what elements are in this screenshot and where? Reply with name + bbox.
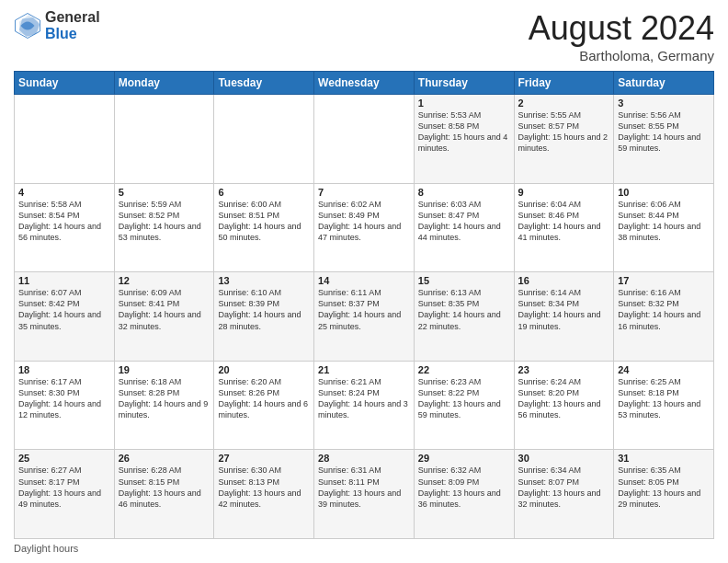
day-number: 27 xyxy=(218,453,310,464)
day-info: Sunrise: 5:53 AM Sunset: 8:58 PM Dayligh… xyxy=(418,109,510,155)
day-number: 14 xyxy=(318,275,410,286)
logo-icon xyxy=(14,12,41,40)
day-info: Sunrise: 6:07 AM Sunset: 8:42 PM Dayligh… xyxy=(18,287,110,332)
day-info: Sunrise: 5:59 AM Sunset: 8:52 PM Dayligh… xyxy=(119,199,210,244)
day-info: Sunrise: 5:56 AM Sunset: 8:55 PM Dayligh… xyxy=(618,109,710,155)
month-title: August 2024 xyxy=(529,9,714,48)
calendar-col-wednesday: Wednesday xyxy=(314,72,415,95)
table-row: 19Sunrise: 6:18 AM Sunset: 8:28 PM Dayli… xyxy=(114,361,214,450)
table-row: 28Sunrise: 6:31 AM Sunset: 8:11 PM Dayli… xyxy=(314,450,415,539)
table-row: 3Sunrise: 5:56 AM Sunset: 8:55 PM Daylig… xyxy=(614,95,714,184)
day-info: Sunrise: 6:25 AM Sunset: 8:18 PM Dayligh… xyxy=(618,376,710,421)
calendar-week-row: 11Sunrise: 6:07 AM Sunset: 8:42 PM Dayli… xyxy=(15,272,714,362)
day-number: 2 xyxy=(518,98,610,109)
logo-blue-text: Blue xyxy=(45,26,77,41)
table-row xyxy=(15,95,115,184)
day-info: Sunrise: 6:16 AM Sunset: 8:32 PM Dayligh… xyxy=(618,287,710,332)
header: General Blue August 2024 Bartholoma, Ger… xyxy=(14,9,714,63)
table-row: 20Sunrise: 6:20 AM Sunset: 8:26 PM Dayli… xyxy=(214,361,314,450)
day-info: Sunrise: 6:21 AM Sunset: 8:24 PM Dayligh… xyxy=(318,376,410,421)
day-number: 20 xyxy=(218,364,310,375)
table-row: 31Sunrise: 6:35 AM Sunset: 8:05 PM Dayli… xyxy=(614,450,714,539)
day-number: 5 xyxy=(119,187,210,198)
calendar-week-row: 1Sunrise: 5:53 AM Sunset: 8:58 PM Daylig… xyxy=(15,95,714,184)
table-row: 16Sunrise: 6:14 AM Sunset: 8:34 PM Dayli… xyxy=(514,272,614,362)
day-info: Sunrise: 6:34 AM Sunset: 8:07 PM Dayligh… xyxy=(518,465,610,510)
table-row: 1Sunrise: 5:53 AM Sunset: 8:58 PM Daylig… xyxy=(414,95,514,184)
table-row: 21Sunrise: 6:21 AM Sunset: 8:24 PM Dayli… xyxy=(314,361,415,450)
day-number: 4 xyxy=(18,187,110,198)
table-row: 29Sunrise: 6:32 AM Sunset: 8:09 PM Dayli… xyxy=(414,450,514,539)
calendar-col-saturday: Saturday xyxy=(614,72,714,95)
day-number: 1 xyxy=(418,98,510,109)
table-row: 15Sunrise: 6:13 AM Sunset: 8:35 PM Dayli… xyxy=(414,272,514,362)
calendar-col-thursday: Thursday xyxy=(414,72,514,95)
table-row: 27Sunrise: 6:30 AM Sunset: 8:13 PM Dayli… xyxy=(214,450,314,539)
logo-text: General Blue xyxy=(45,9,100,41)
day-info: Sunrise: 6:11 AM Sunset: 8:37 PM Dayligh… xyxy=(318,287,410,332)
table-row: 24Sunrise: 6:25 AM Sunset: 8:18 PM Dayli… xyxy=(614,361,714,450)
calendar-week-row: 18Sunrise: 6:17 AM Sunset: 8:30 PM Dayli… xyxy=(15,361,714,450)
day-number: 6 xyxy=(218,187,310,198)
day-number: 25 xyxy=(18,453,110,464)
title-block: August 2024 Bartholoma, Germany xyxy=(529,9,714,63)
calendar-table: SundayMondayTuesdayWednesdayThursdayFrid… xyxy=(14,71,714,539)
table-row: 25Sunrise: 6:27 AM Sunset: 8:17 PM Dayli… xyxy=(15,450,115,539)
day-info: Sunrise: 6:18 AM Sunset: 8:28 PM Dayligh… xyxy=(119,376,210,421)
day-info: Sunrise: 6:14 AM Sunset: 8:34 PM Dayligh… xyxy=(518,287,610,332)
day-number: 19 xyxy=(119,364,210,375)
day-info: Sunrise: 6:06 AM Sunset: 8:44 PM Dayligh… xyxy=(618,199,710,244)
day-info: Sunrise: 6:31 AM Sunset: 8:11 PM Dayligh… xyxy=(318,465,410,510)
day-info: Sunrise: 6:00 AM Sunset: 8:51 PM Dayligh… xyxy=(218,199,310,244)
day-info: Sunrise: 5:55 AM Sunset: 8:57 PM Dayligh… xyxy=(518,109,610,155)
day-number: 31 xyxy=(618,453,710,464)
day-number: 15 xyxy=(418,275,510,286)
day-number: 26 xyxy=(119,453,210,464)
day-info: Sunrise: 6:09 AM Sunset: 8:41 PM Dayligh… xyxy=(119,287,210,332)
day-number: 24 xyxy=(618,364,710,375)
day-info: Sunrise: 6:03 AM Sunset: 8:47 PM Dayligh… xyxy=(418,199,510,244)
day-number: 13 xyxy=(218,275,310,286)
day-info: Sunrise: 6:13 AM Sunset: 8:35 PM Dayligh… xyxy=(418,287,510,332)
day-info: Sunrise: 6:35 AM Sunset: 8:05 PM Dayligh… xyxy=(618,465,710,510)
calendar-col-tuesday: Tuesday xyxy=(214,72,314,95)
table-row: 5Sunrise: 5:59 AM Sunset: 8:52 PM Daylig… xyxy=(114,183,214,272)
table-row: 22Sunrise: 6:23 AM Sunset: 8:22 PM Dayli… xyxy=(414,361,514,450)
table-row: 4Sunrise: 5:58 AM Sunset: 8:54 PM Daylig… xyxy=(15,183,115,272)
table-row: 17Sunrise: 6:16 AM Sunset: 8:32 PM Dayli… xyxy=(614,272,714,362)
table-row: 7Sunrise: 6:02 AM Sunset: 8:49 PM Daylig… xyxy=(314,183,415,272)
table-row: 12Sunrise: 6:09 AM Sunset: 8:41 PM Dayli… xyxy=(114,272,214,362)
footer: Daylight hours xyxy=(14,543,714,554)
table-row: 6Sunrise: 6:00 AM Sunset: 8:51 PM Daylig… xyxy=(214,183,314,272)
table-row: 9Sunrise: 6:04 AM Sunset: 8:46 PM Daylig… xyxy=(514,183,614,272)
calendar-col-friday: Friday xyxy=(514,72,614,95)
calendar-week-row: 25Sunrise: 6:27 AM Sunset: 8:17 PM Dayli… xyxy=(15,450,714,539)
logo-general-text: General xyxy=(45,9,100,25)
day-info: Sunrise: 6:32 AM Sunset: 8:09 PM Dayligh… xyxy=(418,465,510,510)
day-number: 3 xyxy=(618,98,710,109)
location: Bartholoma, Germany xyxy=(529,48,714,63)
table-row xyxy=(214,95,314,184)
calendar-header-row: SundayMondayTuesdayWednesdayThursdayFrid… xyxy=(15,72,714,95)
daylight-hours-label: Daylight hours xyxy=(14,543,78,554)
table-row: 18Sunrise: 6:17 AM Sunset: 8:30 PM Dayli… xyxy=(15,361,115,450)
day-number: 7 xyxy=(318,187,410,198)
day-number: 21 xyxy=(318,364,410,375)
calendar-col-sunday: Sunday xyxy=(15,72,115,95)
logo: General Blue xyxy=(14,9,100,41)
table-row: 26Sunrise: 6:28 AM Sunset: 8:15 PM Dayli… xyxy=(114,450,214,539)
table-row: 8Sunrise: 6:03 AM Sunset: 8:47 PM Daylig… xyxy=(414,183,514,272)
day-number: 18 xyxy=(18,364,110,375)
day-info: Sunrise: 6:20 AM Sunset: 8:26 PM Dayligh… xyxy=(218,376,310,421)
day-number: 10 xyxy=(618,187,710,198)
day-number: 16 xyxy=(518,275,610,286)
day-number: 12 xyxy=(119,275,210,286)
day-info: Sunrise: 6:04 AM Sunset: 8:46 PM Dayligh… xyxy=(518,199,610,244)
page: General Blue August 2024 Bartholoma, Ger… xyxy=(0,0,728,563)
day-info: Sunrise: 6:23 AM Sunset: 8:22 PM Dayligh… xyxy=(418,376,510,421)
day-number: 23 xyxy=(518,364,610,375)
day-number: 29 xyxy=(418,453,510,464)
day-number: 22 xyxy=(418,364,510,375)
table-row: 23Sunrise: 6:24 AM Sunset: 8:20 PM Dayli… xyxy=(514,361,614,450)
table-row: 14Sunrise: 6:11 AM Sunset: 8:37 PM Dayli… xyxy=(314,272,415,362)
